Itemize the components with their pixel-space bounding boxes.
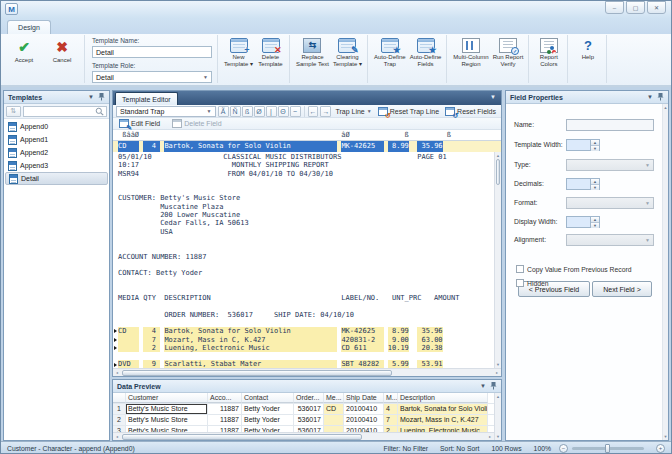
field-format-select[interactable]: ▼ [566, 197, 654, 209]
preview-horizontal-scrollbar[interactable]: ◂ ▸ [113, 432, 494, 440]
field-name-input[interactable] [566, 119, 654, 131]
report-line[interactable]: 2 Luening, Electronic Music CD 611 10.19… [113, 344, 494, 352]
field-type-select[interactable]: ▼ [566, 159, 654, 171]
pin-icon[interactable] [490, 382, 497, 390]
reset-fields-button[interactable]: ↺ Reset Fields [443, 106, 498, 117]
trap-line-row[interactable]: ßââØ âØ ß ß [113, 130, 501, 141]
ribbon-button-delete-template[interactable]: ✕Delete Template [255, 36, 286, 69]
scrollbar-thumb[interactable] [122, 434, 362, 440]
report-line[interactable]: 7 Mozart, Mass in C, K.427 420831-2 9.00… [113, 336, 494, 344]
scroll-left-icon[interactable]: ◂ [113, 433, 121, 440]
column-header-me[interactable]: Me... [324, 393, 344, 403]
template-name-input[interactable]: Detail [92, 46, 212, 58]
data-preview-cell[interactable]: Betty Yoder [242, 415, 294, 425]
scroll-up-icon[interactable]: ▲ [495, 393, 501, 400]
data-preview-cell[interactable]: 20100410 [344, 415, 384, 425]
stepper-input[interactable] [566, 139, 590, 151]
report-line[interactable] [113, 352, 494, 360]
report-line[interactable] [113, 186, 494, 194]
template-item-append1[interactable]: Append1 [5, 133, 108, 146]
scroll-right-icon[interactable]: ▸ [486, 433, 494, 440]
ribbon-button-run-report-verify[interactable]: ✓Run Report Verify [491, 36, 526, 69]
template-item-append2[interactable]: Append2 [5, 146, 108, 159]
report-line[interactable]: MEDIA QTY DESCRIPTION LABEL/NO. UNT_PRC … [113, 294, 494, 302]
sample-line-row[interactable]: CD 4 Bartok, Sonata for Solo Violin MK-4… [113, 141, 501, 152]
template-item-detail[interactable]: Detail [5, 172, 108, 185]
column-header-description[interactable]: Description [398, 393, 488, 403]
report-line[interactable] [113, 236, 494, 244]
report-line[interactable]: ORDER NUMBER: 536017 SHIP DATE: 04/10/10 [113, 311, 494, 319]
data-preview-cell[interactable]: Mozart, Mass in C, K.427 [398, 415, 488, 425]
report-line[interactable] [113, 286, 494, 294]
trap-char-button[interactable]: Ø [254, 106, 265, 117]
checkbox-box[interactable] [516, 265, 524, 273]
trap-char-button[interactable]: Θ [278, 106, 289, 117]
ribbon-button-auto-define-trap[interactable]: ★Auto-Define Trap [372, 36, 408, 69]
report-line[interactable]: 200 Lower Muscatine [113, 211, 494, 219]
trap-char-button[interactable]: Ñ [230, 106, 241, 117]
column-header-contact[interactable]: Contact [242, 393, 294, 403]
report-line[interactable]: CONTACT: Betty Yoder [113, 269, 494, 277]
cancel-button[interactable]: ✖ Cancel [43, 36, 81, 64]
data-preview-cell[interactable]: Betty's Music Store [126, 404, 208, 414]
sort-button[interactable]: ⇅ [6, 106, 21, 117]
field-decimals-stepper[interactable]: ▲▼ [566, 178, 600, 190]
status-sort[interactable]: Sort: No Sort [440, 445, 479, 452]
scroll-down-icon[interactable]: ▼ [495, 433, 501, 440]
scroll-up-icon[interactable]: ▲ [663, 104, 668, 111]
data-preview-cell[interactable]: 536017 [294, 404, 324, 414]
template-item-append3[interactable]: Append3 [5, 159, 108, 172]
trap-char-button[interactable]: Ã [218, 106, 229, 117]
data-preview-cell[interactable]: CD [324, 404, 344, 414]
data-preview-cell[interactable] [324, 415, 344, 425]
ribbon-button-replace-sample-text[interactable]: ⇆Replace Sample Text [294, 36, 331, 69]
stepper-input[interactable] [566, 216, 590, 228]
scrollbar-thumb[interactable] [122, 370, 392, 376]
template-search-input[interactable] [23, 106, 107, 117]
column-header-ship-date[interactable]: Ship Date [344, 393, 384, 403]
report-line[interactable]: Cedar Falls, IA 50613 [113, 219, 494, 227]
ribbon-button-multi-column-region[interactable]: Multi-Column Region [451, 36, 490, 69]
pin-icon[interactable] [657, 93, 664, 101]
field-properties-scrollbar[interactable]: ▲ ▼ [662, 104, 668, 440]
column-header-order[interactable]: Order... [294, 393, 324, 403]
report-line[interactable]: 10:17 MONTHLY SHIPPING REPORT [113, 161, 494, 169]
scroll-left-icon[interactable]: ◂ [113, 369, 121, 376]
delete-field-button[interactable]: Delete Field [170, 118, 223, 129]
editor-vertical-scrollbar[interactable]: ▲ ▼ [494, 152, 501, 368]
stepper-input[interactable] [566, 178, 590, 190]
close-button[interactable]: ✕ [647, 1, 666, 14]
report-line[interactable]: CUSTOMER: Betty's Music Store [113, 194, 494, 202]
checkbox-hidden[interactable]: Hidden [516, 279, 549, 287]
next-field-button[interactable]: Next Field > [592, 281, 652, 297]
data-preview-cell[interactable]: Betty Yoder [242, 404, 294, 414]
nav-left-button[interactable]: ← [308, 106, 319, 117]
data-preview-cell[interactable]: 11887 [208, 404, 242, 414]
report-line[interactable]: ACCOUNT NUMBER: 11887 [113, 253, 494, 261]
reset-trap-line-button[interactable]: ↺ Reset Trap Line [376, 106, 441, 117]
field-template-width-stepper[interactable]: ▲▼ [566, 139, 600, 151]
zoom-slider[interactable] [572, 447, 644, 450]
ribbon-button-new-template[interactable]: +New Template ▾ [222, 36, 255, 69]
status-filter[interactable]: Filter: No Filter [384, 445, 429, 452]
report-line[interactable] [113, 319, 494, 327]
stepper-down-icon[interactable]: ▼ [591, 146, 599, 151]
report-line[interactable] [113, 261, 494, 269]
column-header-m[interactable]: M... [384, 393, 398, 403]
minimize-button[interactable]: – [605, 1, 624, 14]
chevron-down-icon[interactable]: ▼ [480, 383, 486, 389]
data-preview-cell[interactable]: 7 [384, 415, 398, 425]
report-view[interactable]: 05/01/10 CLASSICAL MUSIC DISTRIBUTORS PA… [113, 152, 494, 368]
data-preview-cell[interactable]: 4 [384, 404, 398, 414]
report-line[interactable]: CD 4 Bartok, Sonata for Solo Violin MK-4… [113, 327, 494, 335]
trap-char-button[interactable]: | [266, 106, 277, 117]
ribbon-button-clearing-template[interactable]: ✎Clearing Template ▾ [331, 36, 364, 69]
report-line[interactable] [113, 302, 494, 310]
data-preview-cell[interactable]: Betty's Music Store [126, 415, 208, 425]
ribbon-button-help[interactable]: ?Help [572, 36, 603, 62]
chevron-down-icon[interactable]: ▼ [490, 94, 496, 100]
report-line[interactable] [113, 277, 494, 285]
edit-field-button[interactable]: ✎ Edit Field [117, 118, 162, 129]
report-line[interactable]: MSR94 FROM 04/01/10 TO 04/30/10 [113, 170, 494, 178]
chevron-down-icon[interactable]: ▼ [647, 94, 653, 100]
